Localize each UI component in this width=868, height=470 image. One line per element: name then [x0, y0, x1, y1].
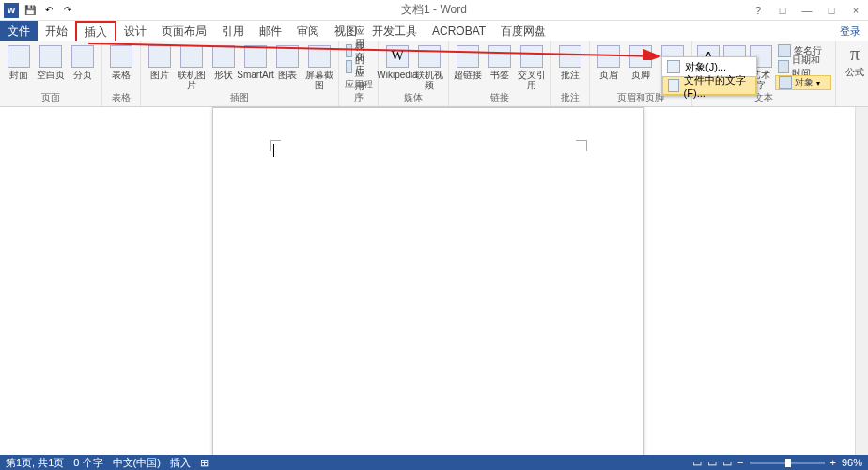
table-icon — [110, 45, 132, 68]
picture-icon — [148, 45, 171, 68]
hyperlink-button[interactable]: 超链接 — [453, 43, 483, 80]
status-mode[interactable]: 插入 — [170, 456, 191, 470]
wikipedia-icon: W — [386, 45, 409, 68]
tab-baidu[interactable]: 百度网盘 — [493, 21, 553, 41]
baidu-paw-icon — [812, 378, 849, 412]
group-tables: 表格 表格 — [102, 41, 141, 106]
store-icon — [346, 44, 352, 57]
bookmark-button[interactable]: 书签 — [485, 43, 515, 80]
group-apps: 应用商店 我的应用 应用程序 — [339, 41, 379, 106]
chart-button[interactable]: 图表 — [272, 43, 302, 80]
tab-home[interactable]: 开始 — [38, 21, 75, 41]
maximize-button[interactable]: □ — [823, 3, 840, 18]
view-print-icon[interactable]: ▭ — [707, 457, 717, 469]
view-web-icon[interactable]: ▭ — [722, 457, 732, 469]
page-break-icon — [71, 45, 94, 68]
login-link[interactable]: 登录 — [832, 21, 868, 41]
tab-file[interactable]: 文件 — [0, 21, 38, 41]
status-words[interactable]: 0 个字 — [73, 456, 102, 470]
undo-icon[interactable]: ↶ — [41, 3, 56, 18]
smartart-icon — [244, 45, 267, 68]
tab-review[interactable]: 审阅 — [289, 21, 327, 41]
margin-corner-tr — [576, 140, 587, 151]
document-area — [0, 107, 868, 455]
cover-page-button[interactable]: 封面 — [4, 43, 34, 80]
view-read-icon[interactable]: ▭ — [692, 457, 702, 469]
table-button[interactable]: 表格 — [106, 43, 136, 80]
group-pages: 封面 空白页 分页 页面 — [0, 41, 102, 106]
tab-developer[interactable]: 开发工具 — [364, 21, 425, 41]
myapps-button[interactable]: 我的应用 — [343, 59, 374, 74]
ribbon-options-icon[interactable]: □ — [774, 3, 791, 18]
date-time-button[interactable]: 日期和时间 — [775, 59, 831, 74]
equation-button[interactable]: π公式 — [840, 43, 868, 77]
screenshot-icon — [308, 45, 331, 68]
blank-page-icon — [39, 45, 62, 68]
close-button[interactable]: × — [847, 3, 864, 18]
zoom-slider[interactable] — [750, 462, 825, 464]
blank-page-button[interactable]: 空白页 — [36, 43, 66, 80]
zoom-out-button[interactable]: − — [737, 457, 743, 468]
group-illustrations: 图片 联机图片 形状 SmartArt 图表 屏幕截图 插图 — [141, 41, 339, 106]
status-extra-icon[interactable]: ⊞ — [200, 457, 209, 469]
text-cursor — [273, 144, 274, 157]
window-controls: ? □ — □ × — [750, 3, 864, 18]
zoom-in-button[interactable]: + — [830, 457, 836, 468]
document-page[interactable] — [212, 107, 644, 464]
smartart-button[interactable]: SmartArt — [240, 43, 271, 80]
group-links: 超链接 书签 交叉引用 链接 — [449, 41, 551, 106]
group-comments: 批注 批注 — [551, 41, 590, 106]
save-icon[interactable]: 💾 — [23, 3, 38, 18]
footer-icon — [629, 45, 652, 68]
window-title: 文档1 - Word — [401, 2, 467, 18]
redo-icon[interactable]: ↷ — [60, 3, 75, 18]
header-button[interactable]: 页眉 — [594, 43, 624, 80]
datetime-icon — [778, 60, 788, 73]
tab-references[interactable]: 引用 — [214, 21, 252, 41]
tab-design[interactable]: 设计 — [116, 21, 154, 41]
online-video-button[interactable]: 联机视频 — [414, 43, 444, 90]
chart-icon — [276, 45, 299, 68]
tab-insert[interactable]: 插入 — [75, 21, 116, 41]
statusbar: 第1页, 共1页 0 个字 中文(中国) 插入 ⊞ ▭ ▭ ▭ − + 96% — [0, 455, 868, 470]
video-icon — [418, 45, 441, 68]
screenshot-button[interactable]: 屏幕截图 — [304, 43, 334, 90]
comment-button[interactable]: 批注 — [555, 43, 585, 80]
help-icon[interactable]: ? — [750, 3, 767, 18]
myapps-icon — [346, 60, 352, 73]
header-icon — [597, 45, 620, 68]
svg-point-4 — [838, 383, 847, 396]
dropdown-text-from-file[interactable]: 文件中的文字(F)... — [662, 76, 756, 95]
textfile-icon — [668, 79, 679, 92]
zoom-level[interactable]: 96% — [842, 457, 862, 468]
page-break-button[interactable]: 分页 — [68, 43, 98, 80]
chevron-down-icon: ▾ — [816, 79, 820, 87]
signature-icon — [778, 44, 791, 57]
minimize-button[interactable]: — — [798, 3, 815, 18]
cross-reference-button[interactable]: 交叉引用 — [517, 43, 547, 90]
object-item-icon — [667, 60, 680, 73]
tab-mailings[interactable]: 邮件 — [252, 21, 289, 41]
footer-button[interactable]: 页脚 — [626, 43, 656, 80]
shapes-button[interactable]: 形状 — [209, 43, 239, 80]
margin-corner-tl — [270, 140, 281, 151]
comment-icon — [559, 45, 581, 68]
online-picture-button[interactable]: 联机图片 — [177, 43, 207, 90]
bookmark-icon — [488, 45, 511, 68]
vertical-scrollbar[interactable] — [855, 107, 868, 455]
object-dropdown: 对象(J)... 文件中的文字(F)... — [661, 56, 757, 96]
tab-acrobat[interactable]: ACROBAT — [425, 21, 493, 41]
picture-button[interactable]: 图片 — [145, 43, 175, 80]
tab-layout[interactable]: 页面布局 — [154, 21, 214, 41]
object-button[interactable]: 对象▾ — [775, 75, 831, 90]
object-icon — [779, 76, 792, 89]
quick-access-toolbar: W 💾 ↶ ↷ — [0, 3, 75, 18]
shapes-icon — [212, 45, 235, 68]
group-media: WWikipedia 联机视频 媒体 — [379, 41, 449, 106]
status-page[interactable]: 第1页, 共1页 — [6, 456, 64, 470]
cross-reference-icon — [520, 45, 543, 68]
status-language[interactable]: 中文(中国) — [113, 456, 161, 470]
svg-point-2 — [816, 381, 826, 394]
zoom-thumb[interactable] — [785, 459, 791, 467]
wikipedia-button[interactable]: WWikipedia — [382, 43, 412, 80]
